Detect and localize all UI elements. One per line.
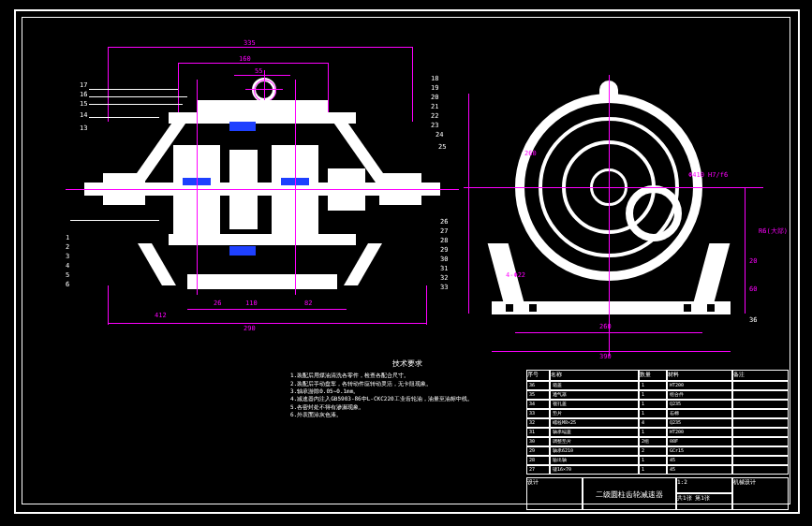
bom-cell: 1 (639, 465, 667, 475)
balloon: 16 (80, 91, 87, 98)
bolt-hole (529, 304, 537, 312)
bom-header: 序号 (526, 370, 550, 381)
dim-line (108, 323, 426, 324)
dim-text: 160 (239, 55, 251, 63)
bom-cell (732, 390, 789, 400)
centerline-v1 (197, 80, 198, 295)
bom-cell: 1 (639, 390, 667, 400)
bom-cell: 1 (639, 409, 667, 418)
bom-cell (732, 437, 789, 446)
bom-cell: 石棉 (667, 409, 732, 418)
bom-cell (732, 400, 789, 409)
dim-text: 335 (244, 39, 256, 47)
dim-text: Φ410 H7/f6 (688, 171, 728, 179)
rib-br (344, 243, 382, 285)
dim-ext (108, 47, 109, 122)
bom-header: 材料 (667, 370, 732, 381)
dim-text: 260 (524, 150, 537, 157)
title-name: 二级圆柱齿轮减速器 (583, 477, 676, 510)
leader (89, 96, 187, 97)
note-line: 2.装配后手动盘车，各转动件应转动灵活，无卡阻现象。 (290, 380, 524, 387)
balloon: 4 (66, 262, 69, 270)
dim-line (492, 351, 731, 352)
bom-cell: HT200 (667, 381, 732, 390)
balloon: 20 (431, 94, 438, 101)
note-line: 5.各密封处不得有渗漏现象。 (290, 403, 524, 411)
base-bar (492, 301, 731, 314)
balloon: 26 (440, 218, 448, 226)
base-plate (187, 274, 337, 289)
dim-ext (108, 285, 109, 325)
dim-ext (328, 63, 329, 114)
balloon: 15 (80, 100, 87, 108)
leader (89, 117, 159, 118)
balloon: 33 (440, 284, 448, 291)
note-line: 6.外表面涂灰色漆。 (290, 411, 524, 418)
centerline-v (609, 75, 610, 356)
dim-text: 60 (749, 285, 757, 293)
bom-cell: 35 (526, 390, 550, 400)
balloon: 31 (440, 265, 448, 272)
dim-line (234, 75, 290, 76)
leader (70, 220, 159, 221)
dim-text: 412 (155, 312, 167, 319)
bom-cell: 30 (526, 437, 550, 446)
bom-cell: 08F (667, 437, 732, 446)
bom-cell: 1 (639, 428, 667, 437)
bom-cell: 输出轴 (550, 456, 639, 465)
balloon: 36 (749, 316, 757, 324)
bom-cell: 45 (667, 456, 732, 465)
title-scale: 1:2 (676, 477, 732, 493)
centerline-h (464, 187, 763, 188)
bom-cell: 4 (639, 418, 667, 428)
bom-header: 数量 (639, 370, 667, 381)
balloon: 21 (431, 103, 438, 110)
bom-cell: 1 (639, 381, 667, 390)
balloon: 3 (66, 253, 69, 260)
bom-cell: 1 (639, 456, 667, 465)
dim-line (187, 309, 347, 310)
bom-cell: 垫片 (550, 409, 639, 418)
bom-cell (732, 465, 789, 475)
lifting-eye-center (254, 80, 276, 102)
dim-text: 20 (749, 257, 757, 265)
balloon: 2 (66, 243, 69, 251)
centerline-h (66, 189, 459, 190)
bom-cell: Q235 (667, 400, 732, 409)
bom-cell: HT200 (667, 428, 732, 437)
balloon: 24 (436, 131, 443, 139)
bom-cell: 螺栓M8×25 (550, 418, 639, 428)
balloon: 5 (66, 271, 69, 279)
dim-text: 290 (244, 325, 256, 332)
balloon: 23 (431, 122, 438, 129)
bom-cell (732, 456, 789, 465)
dim-text: 82 (304, 300, 312, 307)
note-line: 1.装配后用煤油清洗各零件，检查各配合尺寸。 (290, 372, 524, 379)
bom-cell: 31 (526, 428, 550, 437)
shaft-boss (626, 185, 682, 241)
balloon: 29 (440, 246, 448, 254)
bom-cell: 轴承端盖 (550, 428, 639, 437)
bolt-hole (684, 304, 691, 312)
balloon: 1 (66, 234, 69, 241)
bom-cell: Q235 (667, 418, 732, 428)
bom-cell: 27 (526, 465, 550, 475)
notes-title: 技术要求 (290, 358, 524, 369)
bom-cell: 28 (526, 456, 550, 465)
dim-line (178, 63, 328, 64)
balloon: 19 (431, 84, 438, 92)
bom-cell: 45 (667, 465, 732, 475)
balloon: 14 (80, 111, 87, 119)
balloon: 25 (438, 143, 446, 151)
balloon: 30 (440, 256, 448, 263)
technical-notes: 技术要求 1.装配后用煤油清洗各零件，检查各配合尺寸。 2.装配后手动盘车，各转… (290, 358, 524, 419)
bom-cell (732, 418, 789, 428)
bom-cell: 调整垫片 (550, 437, 639, 446)
balloon: 13 (80, 124, 87, 132)
balloon: 18 (431, 75, 438, 82)
title-sheet: 共1张 第1张 (676, 493, 732, 510)
balloon: 6 (66, 281, 69, 288)
leader (89, 89, 178, 90)
leader (89, 104, 183, 105)
balloon: 27 (440, 227, 448, 235)
